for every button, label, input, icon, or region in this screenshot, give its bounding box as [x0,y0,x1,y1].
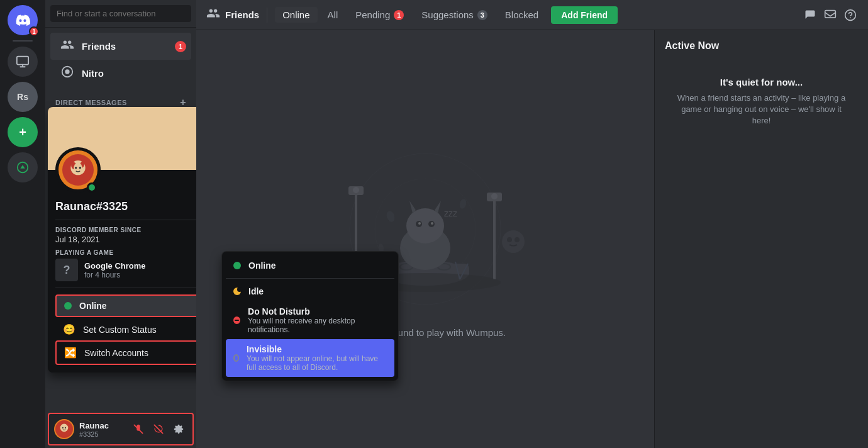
tab-all[interactable]: All [320,7,346,23]
tab-online[interactable]: Online [275,7,317,23]
active-now-panel: Active Now It's quiet for now... When a … [654,30,868,448]
add-server-label: + [19,125,26,140]
svg-point-25 [353,187,359,193]
svg-point-34 [406,208,444,244]
playing-label: PLAYING A GAME [55,249,196,256]
tab-suggestions-label: Suggestions [421,9,474,20]
status-divider [226,278,394,279]
svg-point-43 [507,237,512,242]
user-info: Raunac #3325 [79,421,125,438]
server-icon-rs[interactable]: Rs [8,82,38,112]
profile-divider-1 [55,220,196,220]
svg-point-20 [850,17,851,18]
explore-icon[interactable] [8,152,38,182]
tab-suggestions[interactable]: Suggestions 3 [414,7,495,23]
help-button[interactable] [843,8,858,23]
search-bar-container [45,0,196,28]
svg-point-44 [515,237,520,242]
deafen-button[interactable] [150,420,167,438]
friends-badge: 1 [175,41,186,52]
friends-area: zzz [196,30,868,448]
suggestions-badge: 3 [477,10,487,20]
svg-point-37 [418,222,421,225]
profile-divider-2 [55,288,196,288]
tab-blocked[interactable]: Blocked [498,7,546,23]
profile-popup: ✏ [48,107,196,372]
tab-pending-label: Pending [355,9,390,20]
game-time: for 4 hours [84,271,146,279]
idle-option-label: Idle [248,286,264,296]
idle-status-dot [233,288,241,295]
game-name: Google Chrome [84,261,146,271]
custom-status-item[interactable]: 😊 Set Custom Status [55,318,196,340]
profile-body: Raunac#3325 DISCORD MEMBER SINCE Jul 18,… [48,170,196,372]
sidebar-item-nitro[interactable]: Nitro [50,60,191,87]
topbar-divider [267,8,267,23]
new-group-dm-button[interactable] [803,8,818,23]
online-status-dot [233,262,241,269]
friends-icon [60,38,74,55]
dnd-option-label: Do Not Disturb [248,306,387,316]
svg-point-42 [502,230,525,253]
nitro-label: Nitro [82,68,104,79]
svg-rect-0 [17,57,28,65]
user-panel: Raunac #3325 [48,413,194,445]
server-icon-monitor[interactable] [8,47,38,77]
switch-accounts-label: Switch Accounts [84,348,148,358]
svg-point-14 [62,427,64,428]
svg-point-10 [75,167,77,169]
server-sidebar: 1 Rs + [0,0,45,448]
svg-point-4 [65,69,69,74]
friends-main: zzz [196,30,654,448]
friends-topbar-label: Friends [225,9,259,20]
invisible-option-label: Invisible [247,344,387,354]
sidebar-item-friends[interactable]: Friends 1 [50,33,191,60]
member-since-value: Jul 18, 2021 [55,235,196,244]
status-option-invisible[interactable]: Invisible You will not appear online, bu… [226,339,394,377]
settings-button[interactable] [170,420,187,438]
status-online-label: Online [79,301,107,311]
svg-text:zzz: zzz [444,208,457,218]
server-divider [13,40,33,42]
direct-messages-label: DIRECT MESSAGES [55,99,127,106]
custom-status-label: Set Custom Status [83,325,157,335]
online-dot [64,302,72,310]
user-controls [130,420,187,438]
game-icon-box: ? [55,259,78,281]
active-now-description: When a friend starts an activity – like … [675,92,848,127]
topbar-right [803,8,858,23]
active-now-subtitle: It's quiet for now... [675,77,848,87]
mute-button[interactable] [130,420,147,438]
user-name: Raunac [79,421,125,430]
user-avatar [54,419,74,439]
status-option-online[interactable]: Online [226,255,394,276]
pending-badge: 1 [394,10,404,20]
dnd-info: Do Not Disturb You will not receive any … [248,306,387,334]
active-now-empty: It's quiet for now... When a friend star… [665,62,858,142]
status-option-idle[interactable]: Idle [226,281,394,301]
inbox-button[interactable] [823,8,838,23]
svg-point-11 [79,167,81,169]
home-server-icon[interactable]: 1 [8,5,38,35]
search-input[interactable] [50,5,191,22]
svg-point-45 [385,210,396,223]
game-info: Google Chrome for 4 hours [84,261,146,279]
invisible-info: Invisible You will not appear online, bu… [247,344,387,372]
status-online-item[interactable]: Online ▶ [55,294,196,317]
add-server-icon[interactable]: + [8,117,38,147]
add-friend-button[interactable]: Add Friend [551,6,618,24]
dm-sidebar: Friends 1 Nitro DIRECT MESSAGES [45,0,196,448]
switch-accounts-item[interactable]: 🔀 Switch Accounts ▶ [55,340,196,365]
switch-accounts-icon: 🔀 [64,347,77,359]
invisible-status-dot [233,354,239,362]
invisible-option-sublabel: You will not appear online, but will hav… [247,354,387,372]
member-since-label: DISCORD MEMBER SINCE [55,227,196,233]
top-bar: Friends Online All Pending 1 Suggestions… [196,0,868,30]
user-discriminator: #3325 [79,430,125,438]
playing-game-row: ? Google Chrome for 4 hours [55,259,196,281]
tab-pending[interactable]: Pending 1 [348,7,411,23]
status-option-dnd[interactable]: Do Not Disturb You will not receive any … [226,301,394,339]
svg-point-13 [60,424,69,432]
home-notification-badge: 1 [29,26,39,36]
svg-point-38 [431,222,433,225]
